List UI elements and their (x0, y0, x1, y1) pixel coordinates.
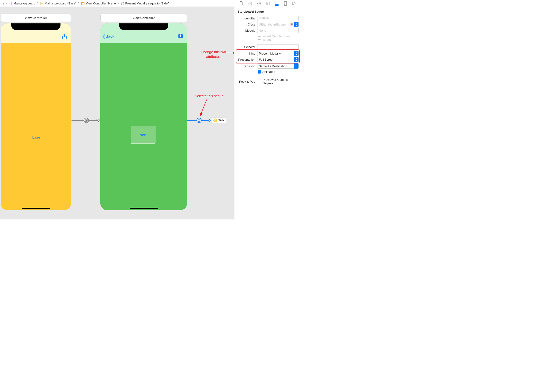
segue-connector-1[interactable] (72, 118, 100, 123)
kind-row: Kind Present Modally (237, 50, 299, 56)
identity-inspector-tab[interactable] (266, 2, 270, 5)
home-indicator-icon (130, 208, 158, 209)
identifier-field[interactable]: Identifier (257, 16, 299, 21)
phone-scene-2[interactable]: Back Next (100, 23, 187, 210)
chevron-right-icon (116, 2, 120, 5)
nav-bar-2: Back (100, 23, 187, 43)
transition-label: Transition (237, 64, 256, 68)
attributes-inspector-tab[interactable] (275, 1, 279, 6)
side-scene-reference[interactable]: Side (212, 117, 226, 123)
scene-1-header[interactable]: View Controller (1, 14, 71, 22)
inspector-tabs (235, 0, 300, 7)
selector-label: Selector (237, 45, 256, 49)
crumb-scene[interactable]: View Controller Scene (81, 2, 116, 5)
svg-rect-7 (81, 2, 84, 3)
stepper-icon[interactable] (294, 57, 298, 62)
crumb-label: View Controller Scene (86, 2, 116, 5)
crumb-ls[interactable]: ls (1, 2, 5, 5)
svg-point-30 (259, 4, 259, 5)
crumb-main-storyboard[interactable]: Main.storyboard (8, 2, 36, 5)
stepper-icon[interactable] (294, 63, 298, 69)
scene-1-title: View Controller (25, 16, 47, 20)
section-title: Storyboard Segue (237, 9, 299, 15)
svg-rect-2 (10, 3, 11, 4)
arrow-annotation-1 (224, 50, 234, 56)
chevron-down-icon (296, 29, 297, 32)
scene-2-header[interactable]: View Controller (100, 14, 187, 22)
peek-pop-checkbox[interactable] (257, 80, 260, 83)
presentation-value: Full Screen (259, 58, 274, 61)
crumb-label: Main.storyboard (13, 2, 35, 5)
crumb-segue[interactable]: Present Modally segue to "Side" (120, 2, 169, 5)
file-inspector-tab[interactable] (240, 1, 243, 5)
chevron-right-icon (36, 2, 40, 5)
class-label: Class (237, 23, 256, 26)
presentation-select[interactable]: Full Screen (257, 57, 299, 62)
inherit-module-checkbox[interactable] (258, 36, 261, 40)
download-icon[interactable] (178, 34, 183, 39)
history-inspector-tab[interactable] (248, 2, 252, 5)
jump-to-class-icon[interactable] (290, 23, 293, 26)
class-value: UIStoryboardSegue (259, 23, 286, 26)
module-value: None (259, 29, 266, 32)
identifier-label: Identifier (237, 17, 256, 20)
svg-point-22 (197, 118, 201, 123)
kind-value: Present Modally (259, 52, 281, 55)
transition-row: Transition Same As Destination (237, 63, 299, 69)
next-button-1[interactable]: Next (32, 136, 40, 140)
inspector-panel: Storyboard Segue Identifier Identifier C… (235, 0, 300, 219)
stepper-icon[interactable] (294, 51, 298, 56)
storyboard-icon (40, 2, 44, 5)
phone-scene-1[interactable]: Next (1, 23, 71, 210)
svg-point-40 (292, 2, 295, 5)
help-inspector-tab[interactable] (257, 2, 261, 5)
connections-inspector-tab[interactable] (292, 2, 296, 5)
animates-label: Animates (262, 70, 275, 74)
highlighted-attributes: Kind Present Modally Presentation Full S… (237, 50, 299, 62)
breadcrumb[interactable]: ls Main.storyboard Main.storyboard (Base… (1, 2, 264, 5)
module-select[interactable]: None (257, 28, 299, 33)
svg-rect-4 (41, 3, 42, 4)
peek-pop-value: Preview & Commit Segues (262, 78, 299, 85)
animates-checkbox[interactable] (258, 70, 261, 74)
notch-icon (119, 23, 168, 30)
arrow-annotation-2 (199, 99, 211, 117)
svg-rect-9 (122, 3, 123, 4)
identifier-row: Identifier Identifier (237, 15, 299, 21)
storyboard-canvas[interactable]: View Controller View Controller Next (0, 7, 234, 219)
transition-value: Same As Destination (259, 64, 287, 68)
selector-field[interactable] (257, 44, 299, 49)
crumb-main-storyboard-base[interactable]: Main.storyboard (Base) (40, 2, 77, 5)
inspector-body: Storyboard Segue Identifier Identifier C… (235, 7, 300, 90)
stepper-icon[interactable] (294, 22, 298, 27)
crumb-label: Present Modally segue to "Side" (125, 2, 169, 5)
storyboard-reference-icon (213, 118, 217, 122)
size-inspector-tab[interactable] (284, 1, 287, 6)
inherit-module-label: Inherit Module From Target (262, 34, 299, 42)
class-select[interactable]: UIStoryboardSegue (257, 22, 299, 27)
peek-pop-row: Peek & Pop Preview & Commit Segues (237, 78, 299, 85)
home-indicator-icon (22, 208, 50, 209)
module-label: Module (237, 29, 256, 32)
share-icon[interactable] (62, 34, 67, 40)
transition-select[interactable]: Same As Destination (257, 63, 299, 69)
container-view[interactable]: Next (131, 126, 155, 144)
module-row: Module None (237, 27, 299, 33)
divider (237, 76, 299, 76)
segue-connector-selected[interactable] (171, 118, 211, 123)
svg-rect-23 (198, 119, 200, 121)
kind-label: Kind (237, 52, 256, 55)
side-label: Side (218, 119, 224, 122)
annotation-segue: Selecte this segue (190, 94, 228, 98)
svg-rect-5 (42, 3, 43, 4)
svg-rect-31 (266, 2, 270, 5)
storyboard-icon (9, 2, 12, 5)
peek-pop-label: Peek & Pop (237, 80, 256, 83)
kind-select[interactable]: Present Modally (257, 51, 299, 56)
svg-rect-1 (10, 3, 10, 4)
back-button[interactable]: Back (102, 34, 115, 39)
animates-row: Animates (237, 69, 299, 75)
svg-point-8 (121, 2, 124, 5)
nav-bar-1 (1, 23, 71, 43)
chevron-right-icon (5, 2, 8, 5)
